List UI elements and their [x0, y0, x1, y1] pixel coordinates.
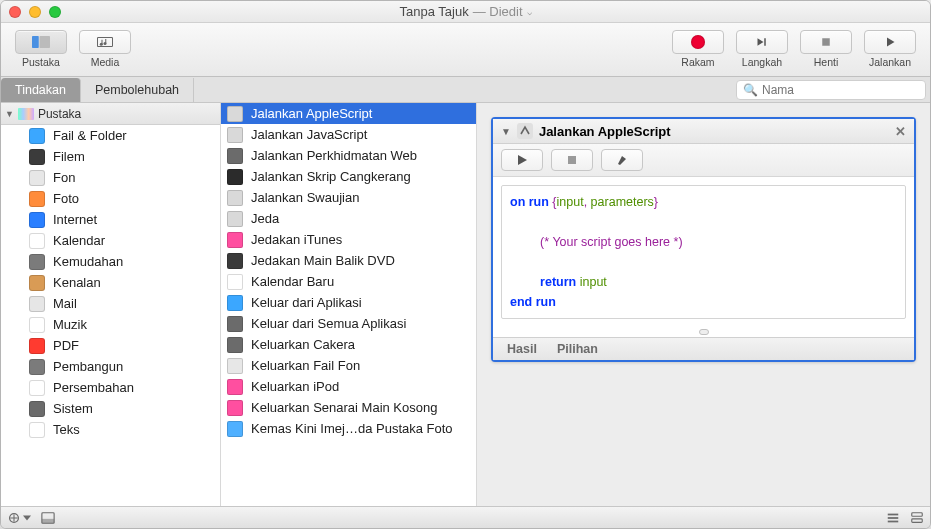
library-item[interactable]: Mail	[1, 293, 220, 314]
library-item-label: Sistem	[53, 401, 93, 416]
media-button[interactable]: Media	[77, 30, 133, 70]
action-item[interactable]: Keluarkan Fail Fon	[221, 355, 476, 376]
zoom-window-button[interactable]	[49, 6, 61, 18]
action-item-label: Jalankan Perkhidmatan Web	[251, 148, 417, 163]
action-item-label: Keluar dari Semua Aplikasi	[251, 316, 406, 331]
svg-rect-8	[568, 156, 576, 164]
description-toggle-button[interactable]	[41, 511, 55, 525]
grip-icon	[699, 329, 709, 335]
action-item[interactable]: Keluarkan Cakera	[221, 334, 476, 355]
action-item[interactable]: Jeda	[221, 208, 476, 229]
action-icon	[227, 106, 243, 122]
stop-label: Henti	[814, 56, 839, 68]
library-tabs-row: Tindakan Pembolehubah 🔍	[1, 77, 930, 103]
action-item[interactable]: Keluarkan iPod	[221, 376, 476, 397]
library-item[interactable]: Teks	[1, 419, 220, 440]
svg-rect-15	[912, 512, 923, 516]
action-resizer[interactable]	[493, 327, 914, 337]
library-item[interactable]: Kemudahan	[1, 251, 220, 272]
status-bar	[1, 506, 930, 528]
action-item-label: Keluarkan Cakera	[251, 337, 355, 352]
action-icon	[227, 253, 243, 269]
category-icon	[29, 212, 45, 228]
category-icon	[29, 128, 45, 144]
title-bar: Tanpa Tajuk — Diedit ⌵	[1, 1, 930, 23]
library-item[interactable]: Sistem	[1, 398, 220, 419]
library-header[interactable]: ▼ Pustaka	[1, 103, 220, 125]
workflow-view-button[interactable]	[910, 511, 924, 525]
action-card-title: Jalankan AppleScript	[539, 124, 671, 139]
action-menu-button[interactable]	[7, 511, 31, 525]
library-item[interactable]: Kenalan	[1, 272, 220, 293]
library-item[interactable]: Pembangun	[1, 356, 220, 377]
action-item[interactable]: Jalankan Skrip Cangkerang	[221, 166, 476, 187]
category-icon	[29, 296, 45, 312]
action-item[interactable]: Jedakan Main Balik DVD	[221, 250, 476, 271]
workflow-action-card: ▼ Jalankan AppleScript ✕ on run {input, …	[491, 117, 916, 362]
library-icon	[18, 108, 34, 120]
library-item[interactable]: Muzik	[1, 314, 220, 335]
action-item[interactable]: Kemas Kini Imej…da Pustaka Foto	[221, 418, 476, 439]
library-item[interactable]: Foto	[1, 188, 220, 209]
library-item[interactable]: PDF	[1, 335, 220, 356]
action-item[interactable]: Keluarkan Senarai Main Kosong	[221, 397, 476, 418]
library-item-label: Foto	[53, 191, 79, 206]
svg-rect-16	[912, 518, 923, 522]
step-button[interactable]: Langkah	[734, 30, 790, 70]
document-title: Tanpa Tajuk	[399, 4, 468, 19]
action-item[interactable]: Jedakan iTunes	[221, 229, 476, 250]
step-label: Langkah	[742, 56, 782, 68]
library-toggle-button[interactable]: Pustaka	[13, 30, 69, 70]
library-item[interactable]: Fail & Folder	[1, 125, 220, 146]
action-item-label: Keluar dari Aplikasi	[251, 295, 362, 310]
script-run-button[interactable]	[501, 149, 543, 171]
action-item-label: Jeda	[251, 211, 279, 226]
record-label: Rakam	[681, 56, 714, 68]
title-dropdown-icon[interactable]: ⌵	[527, 7, 532, 17]
library-item[interactable]: Kalendar	[1, 230, 220, 251]
category-icon	[29, 317, 45, 333]
action-icon	[227, 316, 243, 332]
log-view-button[interactable]	[886, 511, 900, 525]
library-item[interactable]: Filem	[1, 146, 220, 167]
library-item-label: Filem	[53, 149, 85, 164]
action-item[interactable]: Jalankan AppleScript	[221, 103, 476, 124]
record-button[interactable]: Rakam	[670, 30, 726, 70]
script-stop-button[interactable]	[551, 149, 593, 171]
action-icon	[227, 127, 243, 143]
action-item[interactable]: Keluar dari Semua Aplikasi	[221, 313, 476, 334]
stop-button[interactable]: Henti	[798, 30, 854, 70]
results-tab[interactable]: Hasil	[507, 342, 537, 356]
minimize-window-button[interactable]	[29, 6, 41, 18]
close-window-button[interactable]	[9, 6, 21, 18]
library-item-label: Kalendar	[53, 233, 105, 248]
action-item[interactable]: Keluar dari Aplikasi	[221, 292, 476, 313]
run-button[interactable]: Jalankan	[862, 30, 918, 70]
library-item[interactable]: Internet	[1, 209, 220, 230]
category-icon	[29, 254, 45, 270]
search-input[interactable]	[762, 83, 919, 97]
library-item[interactable]: Persembahan	[1, 377, 220, 398]
category-icon	[29, 380, 45, 396]
run-label: Jalankan	[869, 56, 911, 68]
action-card-header[interactable]: ▼ Jalankan AppleScript ✕	[493, 119, 914, 144]
action-icon	[227, 274, 243, 290]
category-icon	[29, 359, 45, 375]
action-item[interactable]: Jalankan JavaScript	[221, 124, 476, 145]
window-title: Tanpa Tajuk — Diedit ⌵	[399, 4, 531, 19]
script-compile-button[interactable]	[601, 149, 643, 171]
action-item-label: Jalankan AppleScript	[251, 106, 372, 121]
workflow-canvas[interactable]: ▼ Jalankan AppleScript ✕ on run {input, …	[477, 103, 930, 506]
action-item[interactable]: Jalankan Perkhidmatan Web	[221, 145, 476, 166]
action-item[interactable]: Kalendar Baru	[221, 271, 476, 292]
tab-actions[interactable]: Tindakan	[1, 78, 81, 102]
script-editor[interactable]: on run {input, parameters} (* Your scrip…	[501, 185, 906, 319]
category-icon	[29, 191, 45, 207]
library-item[interactable]: Fon	[1, 167, 220, 188]
search-field[interactable]: 🔍	[736, 80, 926, 100]
action-remove-button[interactable]: ✕	[895, 124, 906, 139]
tab-variables[interactable]: Pembolehubah	[81, 78, 194, 102]
action-item[interactable]: Jalankan Swaujian	[221, 187, 476, 208]
svg-rect-5	[764, 38, 766, 46]
options-tab[interactable]: Pilihan	[557, 342, 598, 356]
